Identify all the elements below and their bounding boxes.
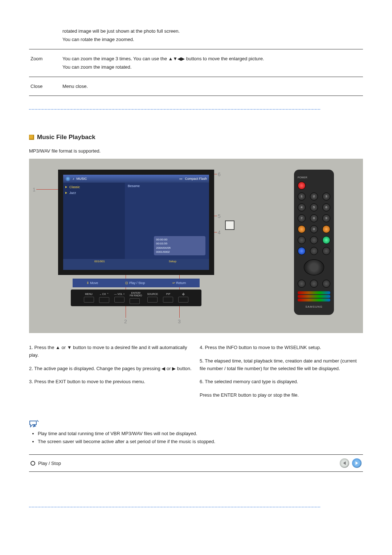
file-list: Classic Jazz xyxy=(63,183,125,259)
current-file: Besame xyxy=(125,183,209,193)
color-buttons[interactable] xyxy=(298,291,330,302)
screen-topbar: ♪ MUSIC ▭ Compact Flash xyxy=(63,175,209,183)
info-count: 0001/0002 xyxy=(156,250,203,254)
feature-label: Close xyxy=(29,77,61,96)
info-elapsed: 00:00:00 xyxy=(156,238,203,242)
callout-3: 3 xyxy=(178,319,181,324)
table-row: Close Menu close. xyxy=(29,77,363,96)
screen: ♪ MUSIC ▭ Compact Flash Classic Jazz xyxy=(58,170,214,275)
callout-1: 1 xyxy=(33,187,36,193)
step-text: 6. The selected memory card type is disp… xyxy=(200,378,363,386)
list-item[interactable]: Classic xyxy=(63,184,125,190)
pager-label: 001/001 xyxy=(63,260,136,263)
power-button[interactable] xyxy=(298,182,306,190)
feature-table: rotated image will be just shown at the … xyxy=(29,22,363,96)
bullet-icon xyxy=(29,135,34,140)
section-divider xyxy=(29,505,363,510)
feature-desc: You can zoom the image 3 times. You can … xyxy=(61,49,363,77)
card-icon: ▭ xyxy=(179,177,183,181)
table-row: Zoom You can zoom the image 3 times. You… xyxy=(29,49,363,77)
play-icon xyxy=(65,192,67,194)
setup-label: Setup xyxy=(136,260,209,263)
list-item-label: Jazz xyxy=(69,191,76,195)
section-header: Music File Playback xyxy=(29,134,363,141)
notes-list: Play time and total running time of VBR … xyxy=(29,430,363,446)
next-button[interactable] xyxy=(352,458,362,468)
step-text: 2. The active page is displayed. Change … xyxy=(29,365,192,373)
remote-brand: SAMSUNG xyxy=(298,305,330,308)
step-text: 5. The elapsed time, total playback time… xyxy=(200,357,363,373)
logo-icon xyxy=(65,176,70,181)
monitor: ♪ MUSIC ▭ Compact Flash Classic Jazz xyxy=(58,170,214,311)
feature-label xyxy=(29,22,61,49)
callout-4: 4 xyxy=(218,230,221,235)
feature-desc: rotated image will be just shown at the … xyxy=(61,22,363,49)
feature-label: Zoom xyxy=(29,49,61,77)
screen-card-label: Compact Flash xyxy=(185,177,207,181)
steps: 1. Press the ▲ or ▼ button to move to a … xyxy=(29,344,363,405)
screen-mode-label: MUSIC xyxy=(77,177,87,181)
step-text: Press the ENTER button to play or stop t… xyxy=(200,392,363,399)
stop-icon xyxy=(225,220,234,230)
info-date: 2004/04/05 xyxy=(156,246,203,250)
info-box: 00:00:00 00:03:55 2004/04/05 0001/0002 xyxy=(154,236,205,255)
callout-6: 6 xyxy=(218,171,221,177)
info-total: 00:03:55 xyxy=(156,242,203,246)
note-item: Play time and total running time of VBR … xyxy=(38,430,363,438)
step-text: 4. Press the INFO button to move to the … xyxy=(200,344,363,352)
callout-5: 5 xyxy=(218,213,221,219)
play-stop-label: Play / Stop xyxy=(38,461,61,466)
feature-desc: Menu close. xyxy=(61,77,363,96)
figure: 1 2 3 4 5 6 ♪ MUSIC ▭ Compact Flash xyxy=(29,159,363,333)
support-text: MP3/WAV file format is supported. xyxy=(29,148,363,154)
note-icon xyxy=(29,420,39,428)
hint-bar: ⇕ Move ⊡ Play / Stop ↩ Return xyxy=(73,279,200,287)
play-stop-row: Play / Stop xyxy=(29,454,363,472)
dpad[interactable] xyxy=(304,259,324,275)
table-row: rotated image will be just shown at the … xyxy=(29,22,363,49)
section-divider xyxy=(29,107,363,112)
play-icon xyxy=(65,186,67,188)
prev-button[interactable] xyxy=(340,458,349,468)
bullet-icon xyxy=(30,461,35,466)
list-item-label: Classic xyxy=(69,185,80,189)
bottom-bar: 001/001 Setup xyxy=(63,259,209,270)
callout-2: 2 xyxy=(124,319,127,324)
section-title: Music File Playback xyxy=(37,134,95,141)
monitor-stand: MENU ⌄ CH ⌃ — VOL + ENTER/ FM RADIO SOUR… xyxy=(71,289,201,306)
step-text: 1. Press the ▲ or ▼ button to move to a … xyxy=(29,344,192,359)
main-panel: Besame 00:00:00 00:03:55 2004/04/05 0001… xyxy=(125,183,209,259)
note-item: The screen saver will become active afte… xyxy=(38,438,363,446)
remote: POWER 123 456 789 0 SAMSUNG xyxy=(294,170,334,315)
list-item[interactable]: Jazz xyxy=(63,190,125,196)
step-text: 3. Press the EXIT button to move to the … xyxy=(29,378,192,386)
